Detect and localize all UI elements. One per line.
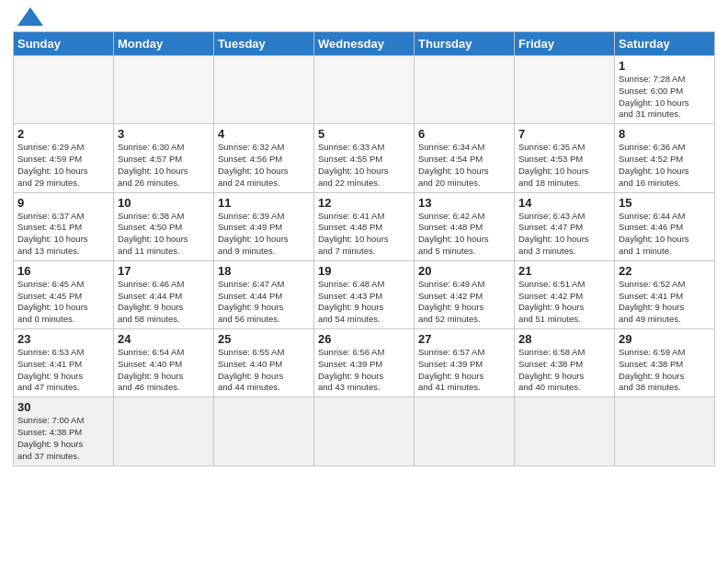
day-cell	[14, 56, 114, 124]
day-cell: 3Sunrise: 6:30 AM Sunset: 4:57 PM Daylig…	[114, 124, 214, 192]
day-info: Sunrise: 7:00 AM Sunset: 4:38 PM Dayligh…	[17, 415, 109, 462]
day-cell	[214, 56, 314, 124]
day-number: 19	[318, 264, 410, 278]
day-cell	[314, 397, 415, 465]
day-number: 10	[118, 196, 210, 210]
day-info: Sunrise: 6:55 AM Sunset: 4:40 PM Dayligh…	[218, 347, 310, 394]
day-number: 14	[518, 196, 610, 210]
day-number: 5	[318, 127, 410, 141]
day-cell: 1Sunrise: 7:28 AM Sunset: 6:00 PM Daylig…	[615, 56, 715, 124]
page: SundayMondayTuesdayWednesdayThursdayFrid…	[0, 0, 728, 479]
weekday-saturday: Saturday	[615, 32, 715, 56]
day-info: Sunrise: 6:32 AM Sunset: 4:56 PM Dayligh…	[218, 142, 310, 189]
day-cell: 11Sunrise: 6:39 AM Sunset: 4:49 PM Dayli…	[214, 192, 314, 260]
day-info: Sunrise: 6:43 AM Sunset: 4:47 PM Dayligh…	[518, 211, 610, 258]
day-cell	[415, 397, 515, 465]
day-number: 25	[218, 332, 310, 346]
day-info: Sunrise: 6:56 AM Sunset: 4:39 PM Dayligh…	[318, 347, 410, 394]
day-number: 22	[619, 264, 711, 278]
day-cell: 26Sunrise: 6:56 AM Sunset: 4:39 PM Dayli…	[314, 329, 415, 397]
day-number: 1	[619, 59, 711, 73]
day-cell: 19Sunrise: 6:48 AM Sunset: 4:43 PM Dayli…	[314, 260, 415, 328]
header	[13, 9, 715, 26]
day-cell: 23Sunrise: 6:53 AM Sunset: 4:41 PM Dayli…	[14, 329, 114, 397]
day-number: 24	[118, 332, 210, 346]
day-cell: 14Sunrise: 6:43 AM Sunset: 4:47 PM Dayli…	[515, 192, 615, 260]
weekday-thursday: Thursday	[415, 32, 515, 56]
day-info: Sunrise: 6:48 AM Sunset: 4:43 PM Dayligh…	[318, 279, 410, 326]
day-info: Sunrise: 6:38 AM Sunset: 4:50 PM Dayligh…	[118, 211, 210, 258]
day-info: Sunrise: 6:42 AM Sunset: 4:48 PM Dayligh…	[418, 211, 510, 258]
day-number: 20	[418, 264, 510, 278]
day-cell: 28Sunrise: 6:58 AM Sunset: 4:38 PM Dayli…	[515, 329, 615, 397]
week-row-4: 16Sunrise: 6:45 AM Sunset: 4:45 PM Dayli…	[14, 260, 715, 328]
day-cell: 9Sunrise: 6:37 AM Sunset: 4:51 PM Daylig…	[14, 192, 114, 260]
logo-icon	[13, 6, 48, 26]
day-number: 18	[218, 264, 310, 278]
day-cell: 21Sunrise: 6:51 AM Sunset: 4:42 PM Dayli…	[515, 260, 615, 328]
day-number: 12	[318, 196, 410, 210]
day-cell: 6Sunrise: 6:34 AM Sunset: 4:54 PM Daylig…	[415, 124, 515, 192]
day-cell: 22Sunrise: 6:52 AM Sunset: 4:41 PM Dayli…	[615, 260, 715, 328]
day-cell: 2Sunrise: 6:29 AM Sunset: 4:59 PM Daylig…	[14, 124, 114, 192]
day-info: Sunrise: 6:54 AM Sunset: 4:40 PM Dayligh…	[118, 347, 210, 394]
day-info: Sunrise: 6:33 AM Sunset: 4:55 PM Dayligh…	[318, 142, 410, 189]
day-cell: 17Sunrise: 6:46 AM Sunset: 4:44 PM Dayli…	[114, 260, 214, 328]
day-info: Sunrise: 6:35 AM Sunset: 4:53 PM Dayligh…	[518, 142, 610, 189]
weekday-tuesday: Tuesday	[214, 32, 314, 56]
day-info: Sunrise: 6:49 AM Sunset: 4:42 PM Dayligh…	[418, 279, 510, 326]
weekday-wednesday: Wednesday	[314, 32, 415, 56]
day-number: 3	[118, 127, 210, 141]
day-cell	[515, 397, 615, 465]
day-number: 9	[17, 196, 109, 210]
day-cell	[214, 397, 314, 465]
day-number: 15	[619, 196, 711, 210]
day-info: Sunrise: 6:53 AM Sunset: 4:41 PM Dayligh…	[17, 347, 109, 394]
week-row-1: 1Sunrise: 7:28 AM Sunset: 6:00 PM Daylig…	[14, 56, 715, 124]
day-cell	[314, 56, 415, 124]
day-number: 23	[17, 332, 109, 346]
day-cell	[114, 56, 214, 124]
week-row-3: 9Sunrise: 6:37 AM Sunset: 4:51 PM Daylig…	[14, 192, 715, 260]
day-cell: 12Sunrise: 6:41 AM Sunset: 4:48 PM Dayli…	[314, 192, 415, 260]
svg-marker-0	[17, 7, 43, 26]
day-cell	[515, 56, 615, 124]
day-number: 11	[218, 196, 310, 210]
day-cell: 15Sunrise: 6:44 AM Sunset: 4:46 PM Dayli…	[615, 192, 715, 260]
day-number: 27	[418, 332, 510, 346]
weekday-monday: Monday	[114, 32, 214, 56]
day-info: Sunrise: 6:57 AM Sunset: 4:39 PM Dayligh…	[418, 347, 510, 394]
day-number: 13	[418, 196, 510, 210]
day-cell: 29Sunrise: 6:59 AM Sunset: 4:38 PM Dayli…	[615, 329, 715, 397]
day-info: Sunrise: 6:46 AM Sunset: 4:44 PM Dayligh…	[118, 279, 210, 326]
weekday-sunday: Sunday	[14, 32, 114, 56]
day-info: Sunrise: 7:28 AM Sunset: 6:00 PM Dayligh…	[619, 74, 711, 121]
day-info: Sunrise: 6:30 AM Sunset: 4:57 PM Dayligh…	[118, 142, 210, 189]
day-info: Sunrise: 6:52 AM Sunset: 4:41 PM Dayligh…	[619, 279, 711, 326]
day-number: 30	[17, 400, 109, 414]
day-number: 6	[418, 127, 510, 141]
day-number: 29	[619, 332, 711, 346]
day-number: 8	[619, 127, 711, 141]
day-number: 28	[518, 332, 610, 346]
day-cell: 24Sunrise: 6:54 AM Sunset: 4:40 PM Dayli…	[114, 329, 214, 397]
day-number: 2	[17, 127, 109, 141]
day-number: 17	[118, 264, 210, 278]
day-cell: 16Sunrise: 6:45 AM Sunset: 4:45 PM Dayli…	[14, 260, 114, 328]
week-row-6: 30Sunrise: 7:00 AM Sunset: 4:38 PM Dayli…	[14, 397, 715, 465]
day-info: Sunrise: 6:37 AM Sunset: 4:51 PM Dayligh…	[17, 211, 109, 258]
day-info: Sunrise: 6:44 AM Sunset: 4:46 PM Dayligh…	[619, 211, 711, 258]
week-row-5: 23Sunrise: 6:53 AM Sunset: 4:41 PM Dayli…	[14, 329, 715, 397]
day-info: Sunrise: 6:34 AM Sunset: 4:54 PM Dayligh…	[418, 142, 510, 189]
day-cell	[615, 397, 715, 465]
day-info: Sunrise: 6:29 AM Sunset: 4:59 PM Dayligh…	[17, 142, 109, 189]
day-info: Sunrise: 6:36 AM Sunset: 4:52 PM Dayligh…	[619, 142, 711, 189]
day-number: 4	[218, 127, 310, 141]
day-info: Sunrise: 6:59 AM Sunset: 4:38 PM Dayligh…	[619, 347, 711, 394]
day-info: Sunrise: 6:58 AM Sunset: 4:38 PM Dayligh…	[518, 347, 610, 394]
day-cell: 8Sunrise: 6:36 AM Sunset: 4:52 PM Daylig…	[615, 124, 715, 192]
day-cell	[114, 397, 214, 465]
day-cell: 10Sunrise: 6:38 AM Sunset: 4:50 PM Dayli…	[114, 192, 214, 260]
day-cell: 5Sunrise: 6:33 AM Sunset: 4:55 PM Daylig…	[314, 124, 415, 192]
weekday-friday: Friday	[515, 32, 615, 56]
